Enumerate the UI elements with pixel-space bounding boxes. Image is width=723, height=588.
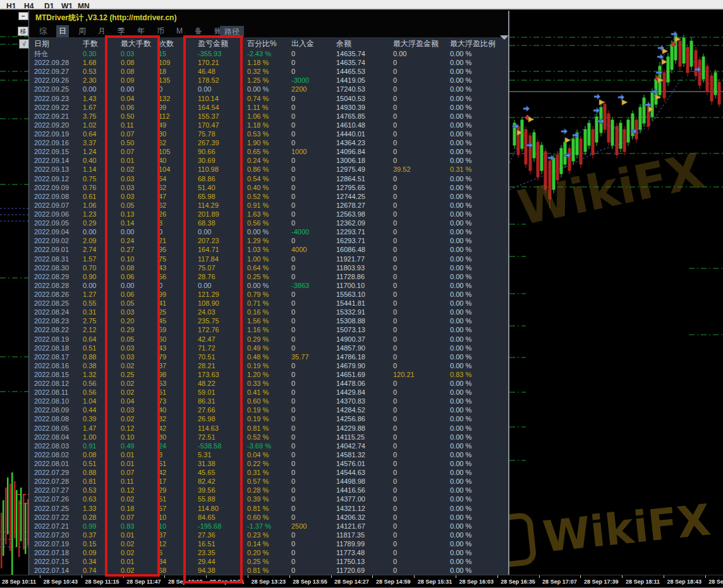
table-row[interactable]: 2022.08.170.880.037970.510.48 %35.771478… xyxy=(29,352,508,361)
table-row[interactable]: 2022.09.281.680.08109170.211.18 %014635.… xyxy=(29,58,508,67)
table-row[interactable]: 2022.08.051.470.1242114.630.81 %014229.8… xyxy=(29,424,508,433)
cell: 53 xyxy=(159,379,198,388)
timeframe-button-mn[interactable]: MN xyxy=(78,2,90,9)
table-row[interactable]: 2022.09.270.530.081846.480.32 %014465.53… xyxy=(29,67,508,76)
table-row[interactable]: 2022.08.240.310.032524.030.16 %015332.91… xyxy=(29,308,508,316)
table-row[interactable]: 2022.08.101.040.047386.310.60 %014370.83… xyxy=(29,397,508,405)
timeframe-button-h4[interactable]: H4 xyxy=(24,2,33,9)
table-row[interactable]: 2022.09.190.640.073075.780.53 %014440.01… xyxy=(29,129,508,138)
table-row[interactable]: 2022.07.150.340.013429.440.25 %011750.13… xyxy=(29,557,508,566)
table-row[interactable]: 2022.08.010.510.015131.380.22 %014576.01… xyxy=(29,459,508,468)
table-row[interactable]: 2022.07.200.370.013727.360.23 %011817.35… xyxy=(29,531,508,539)
table-row[interactable]: 2022.09.213.750.50112155.371.06 %014765.… xyxy=(29,112,508,121)
table-row[interactable]: 2022.07.251.330.1857114.800.81 %014321.1… xyxy=(29,504,508,513)
table-row[interactable]: 2022.08.180.510.034371.720.49 %014857.90… xyxy=(29,344,508,352)
table-row[interactable]: 2022.07.220.280.071084.650.60 %014206.32… xyxy=(29,513,508,522)
cell: 0.18 xyxy=(121,504,159,513)
menu-tab-日[interactable]: 日 xyxy=(56,25,69,37)
table-row[interactable]: 2022.09.080.610.034765.980.52 %012744.25… xyxy=(29,192,508,201)
cell: 0.07 xyxy=(121,147,159,156)
table-row[interactable]: 2022.09.090.760.036251.400.40 %012795.65… xyxy=(29,183,508,192)
check-button[interactable]: √ xyxy=(19,39,29,49)
cell: 0 xyxy=(291,450,336,459)
cell: 2022.08.03 xyxy=(34,441,83,450)
table-row[interactable]: 2022.09.061.230.1326201.891.63 %012563.9… xyxy=(29,210,508,219)
table-row[interactable]: 2022.08.120.560.025348.220.33 %014478.06… xyxy=(29,379,508,388)
table-row[interactable]: 2022.08.311.570.1075117.841.00 %011921.7… xyxy=(29,255,508,263)
cell: 30.69 xyxy=(198,156,247,165)
menu-tab-备[interactable]: 备 xyxy=(192,25,205,37)
table-row[interactable]: 2022.08.160.380.023728.210.19 %014679.90… xyxy=(29,361,508,370)
table-row[interactable]: 2022.09.262.300.09135178.521.25 %-300014… xyxy=(29,76,508,85)
table-row[interactable]: 2022.09.050.290.14368.380.56 %012362.090… xyxy=(29,219,508,227)
table-row[interactable]: 2022.08.110.560.025159.010.41 %014429.84… xyxy=(29,388,508,397)
timeframe-button-d1[interactable]: D1 xyxy=(44,2,54,9)
table-row[interactable]: 2022.08.290.900.065628.760.25 %011728.86… xyxy=(29,272,508,281)
table-row[interactable]: 2022.08.020.080.0185.310.04 %014581.3200… xyxy=(29,450,508,459)
table-row[interactable]: 2022.09.201.020.1149170.471.18 %014610.4… xyxy=(29,121,508,129)
minimize-button[interactable]: − xyxy=(18,12,28,20)
menu-tab-季[interactable]: 季 xyxy=(115,25,128,37)
candle-body xyxy=(529,136,532,171)
timeframe-button-w1[interactable]: W1 xyxy=(61,2,73,9)
table-row[interactable]: 2022.08.300.700.084375.070.64 %011803.93… xyxy=(29,263,508,272)
column-header: 手数 xyxy=(83,37,121,50)
scroll-down-icon[interactable] xyxy=(500,35,509,40)
table-row[interactable]: 2022.08.250.550.0541108.900.71 %015441.8… xyxy=(29,299,508,308)
table-row[interactable]: 2022.09.040.000.0000.000.00 %-400012293.… xyxy=(29,227,508,236)
table-row[interactable]: 2022.08.090.440.034027.660.19 %014284.52… xyxy=(29,405,508,414)
cell: 0.02 xyxy=(121,379,159,388)
cell: 0 xyxy=(393,263,450,272)
cell: 1.00 xyxy=(83,433,121,441)
menu-tab-周[interactable]: 周 xyxy=(76,25,88,37)
table-row[interactable]: 2022.07.260.630.025155.880.39 %014377.00… xyxy=(29,495,508,503)
table-row[interactable]: 2022.08.222.120.2969172.761.16 %015073.1… xyxy=(29,325,508,334)
menu-tab-年[interactable]: 年 xyxy=(135,25,147,37)
cell: 0.25 % xyxy=(247,272,291,281)
cell: 2022.09.01 xyxy=(34,245,83,254)
cell: 0.00 xyxy=(121,227,159,236)
table-row[interactable]: 2022.09.231.430.04132110.140.74 %015040.… xyxy=(29,94,508,103)
table-row[interactable]: 2022.08.232.750.2045235.751.56 %015308.8… xyxy=(29,316,508,325)
table-row[interactable]: 2022.07.140.740.026894.380.81 %011720.69… xyxy=(29,566,508,575)
cell: 109 xyxy=(159,58,198,67)
cell: 120.21 xyxy=(393,370,450,379)
table-row[interactable]: 2022.09.120.750.036468.860.54 %012864.51… xyxy=(29,174,508,183)
menu-tab-月[interactable]: 月 xyxy=(95,25,108,37)
menu-tab-币[interactable]: 币 xyxy=(154,25,167,37)
table-row[interactable]: 2022.07.290.880.074245.650.31 %014544.63… xyxy=(29,468,508,477)
cell: 0 xyxy=(393,450,450,459)
table-row[interactable]: 2022.09.022.090.2421207.231.29 %016293.7… xyxy=(29,236,508,245)
table-row[interactable]: 2022.09.151.240.0710590.660.65 %10001409… xyxy=(29,147,508,156)
table-row[interactable]: 2022.07.180.090.02623.350.20 %011773.480… xyxy=(29,548,508,557)
table-row[interactable]: 2022.07.210.990.8310-195.68-1.37 %250014… xyxy=(29,522,508,531)
table-row[interactable]: 2022.08.151.320.2598173.631.20 %014651.6… xyxy=(29,370,508,379)
cell: 0.11 xyxy=(121,477,159,486)
table-row[interactable]: 2022.09.071.060.0562114.290.91 %012678.2… xyxy=(29,201,508,210)
table-row[interactable]: 2022.08.261.270.0699121.290.79 %015563.1… xyxy=(29,290,508,299)
table-row[interactable]: 2022.08.041.000.108072.510.52 %014115.25… xyxy=(29,433,508,441)
move-button[interactable]: 移 xyxy=(18,27,28,36)
timeframe-button-h1[interactable]: H1 xyxy=(6,2,16,9)
table-row[interactable]: 2022.09.250.000.0000.000.00 %220017240.5… xyxy=(29,85,508,93)
column-header: 最大浮盈金额 xyxy=(393,37,450,50)
table-row[interactable]: 2022.07.270.530.122939.560.28 %014416.56… xyxy=(29,486,508,495)
menu-tab-综[interactable]: 综 xyxy=(37,25,49,37)
table-row[interactable]: 2022.08.080.390.023226.980.19 %014256.86… xyxy=(29,414,508,423)
cell: 2022.09.09 xyxy=(34,183,83,192)
menu-tab-M[interactable]: M xyxy=(174,26,185,36)
cell: 0.00 % xyxy=(450,236,509,245)
table-row[interactable]: 持仓0.300.0315-355.93-2.43 %014635.740.000… xyxy=(29,49,508,58)
table-row[interactable]: 2022.09.131.140.02104110.980.86 %012975.… xyxy=(29,165,508,174)
cell: 14364.23 xyxy=(336,138,393,147)
table-row[interactable]: 2022.09.140.400.014030.690.24 %013006.18… xyxy=(29,156,508,165)
table-row[interactable]: 2022.07.190.150.021216.510.14 %011789.99… xyxy=(29,539,508,548)
table-row[interactable]: 2022.08.190.640.056042.470.29 %014900.37… xyxy=(29,335,508,344)
table-row[interactable]: 2022.09.163.370.5062267.391.90 %014364.2… xyxy=(29,138,508,147)
path-button[interactable]: 路径 xyxy=(220,26,244,38)
table-row[interactable]: 2022.09.221.670.0699164.541.11 %014930.3… xyxy=(29,103,508,112)
table-row[interactable]: 2022.09.012.740.2795164.711.03 %40001608… xyxy=(29,245,508,254)
table-row[interactable]: 2022.08.280.000.0000.000.00 %-386311700.… xyxy=(29,281,508,290)
table-row[interactable]: 2022.07.280.810.111782.420.57 %014498.98… xyxy=(29,477,508,486)
table-row[interactable]: 2022.08.030.910.4924-538.58-3.69 %014042… xyxy=(29,441,508,450)
